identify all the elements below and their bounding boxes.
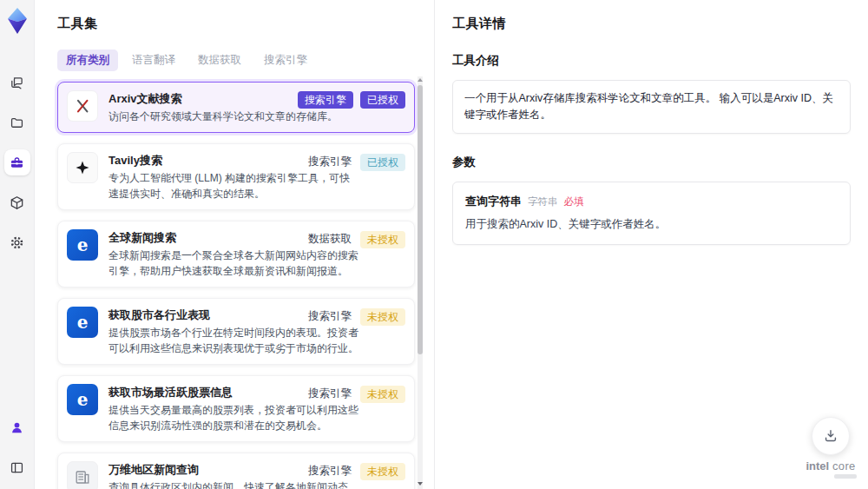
gear-icon: [9, 235, 25, 251]
blue-e-logo-icon: e: [67, 307, 98, 338]
tool-card-regional-news[interactable]: 万维地区新闻查询 查询具体行政区划内的新闻，快速了解各地新闻动态 搜索引擎 未授…: [57, 453, 415, 489]
download-icon: [822, 427, 839, 445]
collapse-sidebar-button[interactable]: [4, 454, 30, 480]
scrollbar-down-arrow[interactable]: [418, 482, 423, 486]
chat-icon: [9, 75, 25, 91]
param-description: 用于搜索的Arxiv ID、关键字或作者姓名。: [465, 217, 838, 232]
tab-all-categories[interactable]: 所有类别: [57, 50, 118, 71]
tool-description: 访问各个研究领域大量科学论文和文章的存储库。: [108, 109, 358, 124]
brand-sub-mark: [834, 474, 857, 479]
auth-status-badge: 未授权: [360, 463, 405, 480]
app-window: 工具集 所有类别 语言翻译 数据获取 搜索引擎 Arxiv文献搜索 访问各个研究…: [0, 0, 868, 489]
tool-card-tavily[interactable]: Tavily搜索 专为人工智能代理 (LLM) 构建的搜索引擎工具，可快速提供实…: [57, 143, 415, 210]
corner-widget: intel core: [805, 417, 857, 479]
auth-status-badge: 未授权: [360, 231, 405, 248]
sidebar-item-files[interactable]: [4, 109, 30, 135]
auth-status-badge: 未授权: [360, 386, 405, 403]
tool-card-sector-performance[interactable]: e 获取股市各行业表现 提供股票市场各个行业在特定时间段内的表现。投资者可以利用…: [57, 298, 415, 365]
tab-data-fetch[interactable]: 数据获取: [189, 50, 250, 71]
user-profile-button[interactable]: [4, 414, 30, 440]
intel-core-logo: intel core: [806, 459, 855, 472]
scrollbar-thumb[interactable]: [418, 85, 423, 354]
auth-status-badge: 已授权: [360, 91, 405, 109]
blue-e-logo-icon: e: [67, 384, 98, 415]
user-icon: [9, 420, 25, 436]
newspaper-icon: [67, 461, 98, 489]
category-badge: 搜索引擎: [306, 153, 353, 171]
tool-intro-box: 一个用于从Arxiv存储库搜索科学论文和文章的工具。 输入可以是Arxiv ID…: [452, 80, 851, 134]
sidebar-item-settings[interactable]: [4, 229, 30, 255]
blue-e-logo-icon: e: [67, 229, 98, 261]
tavily-star-icon: [67, 152, 98, 183]
category-tabs: 所有类别 语言翻译 数据获取 搜索引擎: [57, 50, 434, 71]
intro-heading: 工具介绍: [452, 53, 851, 69]
auth-status-badge: 未授权: [360, 308, 405, 326]
app-logo-icon: [4, 7, 30, 35]
tool-description: 查询具体行政区划内的新闻，快速了解各地新闻动态: [108, 479, 358, 489]
tool-card-global-news[interactable]: e 全球新闻搜索 全球新闻搜索是一个聚合全球各大新闻网站内容的搜索引擎，帮助用户…: [57, 221, 415, 287]
tab-language-translation[interactable]: 语言翻译: [123, 50, 184, 71]
category-badge: 数据获取: [306, 230, 353, 248]
category-badge: 搜索引擎: [298, 91, 353, 109]
tool-description: 专为人工智能代理 (LLM) 构建的搜索引擎工具，可快速提供实时、准确和真实的结…: [108, 170, 358, 202]
sidebar-item-tools[interactable]: [4, 149, 30, 175]
params-heading: 参数: [452, 155, 851, 170]
page-title: 工具集: [57, 16, 434, 32]
arxiv-logo-icon: [67, 90, 98, 122]
toolbox-icon: [9, 155, 25, 171]
tool-description: 全球新闻搜索是一个聚合全球各大新闻网站内容的搜索引擎，帮助用户快速获取全球最新资…: [108, 248, 358, 279]
auth-status-badge: 已授权: [360, 154, 405, 171]
list-scrollbar[interactable]: [418, 76, 423, 489]
tab-search-engine[interactable]: 搜索引擎: [255, 50, 316, 71]
panel-collapse-icon: [9, 459, 25, 476]
sidebar-item-models[interactable]: [4, 189, 30, 215]
tool-detail-panel: 工具详情 工具介绍 一个用于从Arxiv存储库搜索科学论文和文章的工具。 输入可…: [434, 0, 868, 489]
tool-list: Arxiv文献搜索 访问各个研究领域大量科学论文和文章的存储库。 搜索引擎 已授…: [57, 82, 415, 489]
tool-list-panel: 工具集 所有类别 语言翻译 数据获取 搜索引擎 Arxiv文献搜索 访问各个研究…: [35, 0, 434, 489]
category-badge: 搜索引擎: [306, 385, 353, 403]
sidebar-item-chat[interactable]: [4, 69, 30, 96]
scrollbar-up-arrow[interactable]: [418, 78, 423, 82]
nav-rail: [0, 0, 35, 489]
category-badge: 搜索引擎: [306, 307, 353, 326]
cube-icon: [9, 195, 25, 211]
folder-icon: [9, 115, 25, 131]
detail-title: 工具详情: [452, 16, 851, 32]
param-type: 字符串: [528, 195, 558, 208]
tool-card-arxiv[interactable]: Arxiv文献搜索 访问各个研究领域大量科学论文和文章的存储库。 搜索引擎 已授…: [57, 82, 415, 133]
tool-description: 提供当天交易量最高的股票列表，投资者可以利用这些信息来识别流动性强的股票和潜在的…: [108, 402, 358, 433]
tool-description: 提供股票市场各个行业在特定时间段内的表现。投资者可以利用这些信息来识别表现优于或…: [108, 325, 358, 356]
tool-card-active-stocks[interactable]: e 获取市场最活跃股票信息 提供当天交易量最高的股票列表，投资者可以利用这些信息…: [57, 375, 415, 442]
download-button[interactable]: [812, 417, 850, 455]
param-required-flag: 必填: [564, 195, 584, 208]
parameter-card: 查询字符串 字符串 必填 用于搜索的Arxiv ID、关键字或作者姓名。: [452, 182, 851, 245]
category-badge: 搜索引擎: [306, 462, 353, 480]
param-name: 查询字符串: [465, 194, 522, 209]
